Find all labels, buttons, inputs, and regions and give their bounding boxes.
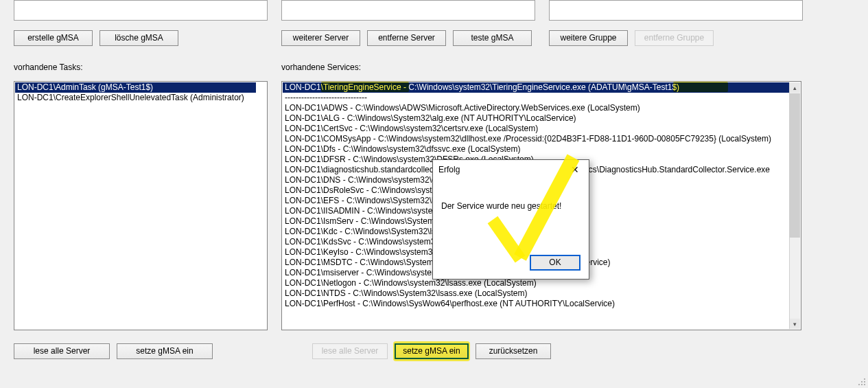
svg-point-3 — [858, 384, 860, 385]
dialog-title: Erfolg — [438, 165, 460, 174]
tasks-listbox[interactable]: LON-DC1\AdminTask (gMSA-Test1$)LON-DC1\C… — [14, 81, 268, 330]
resize-grip-icon[interactable] — [857, 377, 867, 387]
tasks-set-gmsa-button[interactable]: setze gMSA ein — [117, 343, 213, 359]
top-box-group — [549, 0, 803, 21]
remove-group-button: entferne Gruppe — [635, 30, 714, 46]
services-label: vorhandene Services: — [281, 62, 361, 72]
services-row[interactable]: LON-DC1\Netlogon - C:\Windows\system32\l… — [283, 278, 790, 288]
top-box-server — [281, 0, 535, 21]
services-scrollbar[interactable]: ▴ ▾ — [789, 82, 800, 329]
svg-point-0 — [864, 378, 865, 380]
services-read-all-servers-button: lese alle Server — [312, 343, 388, 359]
another-group-button[interactable]: weitere Gruppe — [549, 30, 628, 46]
services-row[interactable]: LON-DC1\COMSysApp - C:\Windows\system32\… — [283, 134, 790, 144]
services-row[interactable]: ------------------------------ — [283, 93, 790, 103]
svg-point-1 — [861, 381, 863, 383]
services-row[interactable]: LON-DC1\ALG - C:\Windows\System32\alg.ex… — [283, 113, 790, 124]
dialog-close-button[interactable]: ✕ — [561, 160, 589, 179]
close-icon: ✕ — [571, 164, 579, 175]
svg-point-5 — [864, 384, 865, 385]
scroll-up-icon[interactable]: ▴ — [790, 82, 800, 93]
tasks-row[interactable]: LON-DC1\CreateExplorerShellUnelevatedTas… — [15, 93, 256, 103]
scroll-down-icon[interactable]: ▾ — [790, 319, 800, 329]
dialog-message: Der Service wurde neu gestartet! — [433, 181, 589, 211]
another-server-button[interactable]: weiterer Server — [281, 30, 360, 46]
services-row[interactable]: LON-DC1\CertSvc - C:\Windows\system32\ce… — [283, 124, 790, 134]
svg-point-4 — [861, 384, 863, 385]
test-gmsa-button[interactable]: teste gMSA — [453, 30, 532, 46]
tasks-label: vorhandene Tasks: — [14, 62, 83, 72]
top-box-gmsa — [14, 0, 268, 21]
create-gmsa-button[interactable]: erstelle gMSA — [14, 30, 93, 46]
delete-gmsa-button[interactable]: lösche gMSA — [99, 30, 178, 46]
services-row[interactable]: LON-DC1\NTDS - C:\Windows\System32\lsass… — [283, 288, 790, 299]
services-row[interactable]: LON-DC1\ADWS - C:\Windows\ADWS\Microsoft… — [283, 103, 790, 113]
scroll-thumb[interactable] — [790, 93, 800, 238]
tasks-read-all-servers-button[interactable]: lese alle Server — [14, 343, 110, 359]
services-row[interactable]: LON-DC1\PerfHost - C:\Windows\SysWow64\p… — [283, 299, 790, 309]
services-reset-button[interactable]: zurücksetzen — [476, 343, 551, 359]
remove-server-button[interactable]: entferne Server — [367, 30, 446, 46]
services-row[interactable]: LON-DC1\Dfs - C:\Windows\system32\dfssvc… — [283, 144, 790, 155]
services-set-gmsa-button[interactable]: setze gMSA ein — [395, 343, 469, 359]
svg-point-2 — [864, 381, 865, 383]
success-dialog: Erfolg ✕ Der Service wurde neu gestartet… — [432, 159, 589, 279]
tasks-row[interactable]: LON-DC1\AdminTask (gMSA-Test1$) — [15, 82, 256, 93]
dialog-ok-button[interactable]: OK — [530, 255, 580, 271]
services-row[interactable]: LON-DC1\TieringEngineService - C:\Window… — [283, 82, 790, 93]
